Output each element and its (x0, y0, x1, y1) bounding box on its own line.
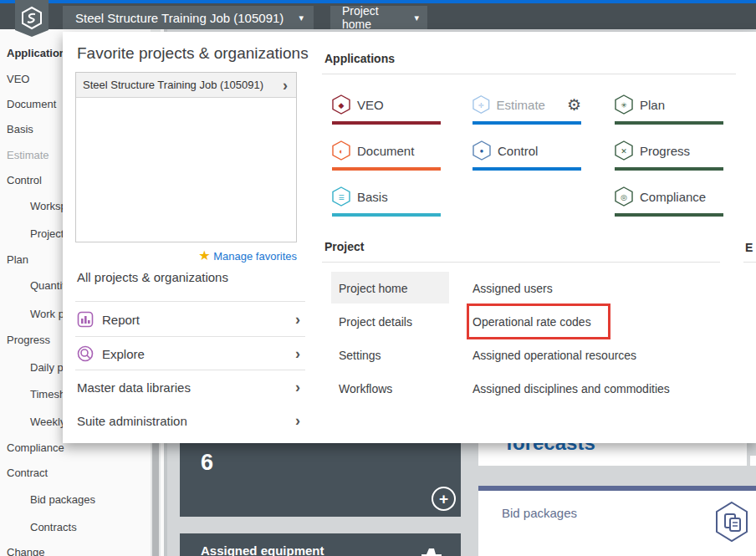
chevron-right-icon: › (295, 380, 300, 395)
menu-item-explore[interactable]: Explore › (77, 339, 305, 368)
equipment-truck-icon (420, 545, 443, 556)
svg-text:✛: ✛ (478, 101, 484, 110)
app-compliance-label: Compliance (640, 190, 706, 204)
project-selector-label: Steel Structure Training Job (105091) (75, 11, 284, 25)
app-link-compliance[interactable]: ◎ Compliance (615, 186, 723, 217)
hexagon-logo-icon (15, 2, 49, 35)
svg-text:◆: ◆ (339, 101, 345, 110)
favorite-project-item[interactable]: Steel Structure Training Job (105091) › (76, 73, 296, 98)
menu-item-report-label: Report (102, 313, 295, 327)
app-plan-label: Plan (640, 98, 665, 112)
gear-icon[interactable]: ⚙ (567, 95, 581, 115)
plan-hexagon-icon: ✳ (615, 94, 633, 115)
divider (75, 370, 305, 370)
sidebar-item-contract[interactable]: Contract (7, 467, 48, 479)
project-link-details[interactable]: Project details (339, 315, 412, 329)
menu-item-suite-administration[interactable]: Suite administration › (77, 406, 305, 435)
menu-item-report[interactable]: Report › (77, 305, 305, 334)
divider (75, 336, 305, 337)
add-icon[interactable]: + (432, 487, 456, 511)
project-mega-menu: Favorite projects & organizations Steel … (63, 32, 756, 443)
app-basis-label: Basis (357, 190, 388, 204)
app-document-label: Document (357, 144, 414, 158)
project-home-nav-button[interactable]: Project home ▾ (330, 6, 427, 29)
favorites-heading: Favorite projects & organizations (77, 44, 309, 63)
svg-text:✕: ✕ (621, 147, 627, 156)
all-projects-link[interactable]: All projects & organizations (77, 270, 228, 284)
app-estimate-label: Estimate (497, 98, 545, 112)
project-link-workflows[interactable]: Workflows (339, 382, 392, 395)
svg-text:◎: ◎ (621, 193, 627, 201)
project-link-assigned-operational-resources[interactable]: Assigned operational resources (472, 349, 636, 362)
compliance-hexagon-icon: ◎ (615, 186, 633, 207)
assigned-equipment-tile[interactable]: Assigned equipment (180, 533, 461, 556)
favorite-project-label: Steel Structure Training Job (105091) (83, 79, 263, 91)
sidebar-item-basis[interactable]: Basis (7, 123, 33, 135)
annotation-red-box (467, 304, 610, 339)
bid-packages-title: Bid packages (502, 506, 577, 520)
sidebar-item-veo[interactable]: VEO (7, 73, 29, 85)
project-link-assigned-users[interactable]: Assigned users (472, 282, 553, 295)
count-value: 6 (201, 450, 213, 476)
bid-packages-card[interactable]: Bid packages bid packages (478, 486, 756, 556)
star-icon: ★ (198, 248, 210, 263)
svg-text:☰: ☰ (338, 194, 344, 201)
app-underline (615, 167, 723, 171)
favorites-list: Steel Structure Training Job (105091) › (75, 72, 297, 242)
sidebar-item-progress[interactable]: Progress (7, 334, 50, 346)
sidebar-scrollbar-thumb[interactable] (152, 441, 159, 556)
basis-hexagon-icon: ☰ (332, 186, 350, 207)
edge-card-fragment (750, 456, 756, 466)
app-link-plan[interactable]: ✳ Plan (615, 94, 723, 125)
section-rule (322, 74, 736, 74)
app-underline (332, 121, 441, 125)
section-rule (743, 262, 756, 263)
app-link-document[interactable]: ◐ Document (332, 140, 441, 171)
project-home-nav-label: Project home (342, 4, 407, 31)
manage-favorites-label: Manage favorites (213, 250, 297, 263)
app-link-progress[interactable]: ✕ Progress (615, 140, 723, 171)
applications-heading: Applications (324, 52, 395, 65)
manage-favorites-link[interactable]: ★ Manage favorites (63, 247, 297, 263)
app-progress-label: Progress (640, 144, 690, 158)
sidebar-item-control[interactable]: Control (7, 174, 42, 186)
project-selector-button[interactable]: Steel Structure Training Job (105091) ▾ (63, 6, 314, 29)
project-link-home[interactable]: Project home (339, 282, 407, 295)
project-link-settings[interactable]: Settings (339, 349, 381, 362)
sidebar-item-change[interactable]: Change (7, 546, 45, 556)
app-underline (472, 167, 581, 171)
top-bar: Steel Structure Training Job (105091) ▾ … (0, 0, 756, 29)
sidebar-item-contracts[interactable]: Contracts (30, 521, 77, 533)
menu-item-suite-admin-label: Suite administration (77, 414, 295, 428)
app-underline (332, 167, 441, 171)
menu-item-master-data-libraries[interactable]: Master data libraries › (77, 373, 305, 401)
suite-logo[interactable] (15, 0, 49, 37)
divider (75, 301, 305, 302)
assigned-equipment-label: Assigned equipment (201, 543, 324, 556)
app-underline (332, 213, 441, 217)
app-underline (615, 121, 723, 125)
report-icon (77, 311, 94, 328)
sidebar-item-bid-packages[interactable]: Bid packages (30, 493, 95, 506)
bid-packages-hexagon-doc-icon (713, 501, 750, 543)
project-link-assigned-disciplines[interactable]: Assigned disciplines and commodities (472, 382, 670, 395)
app-underline (615, 213, 723, 217)
sidebar-item-document[interactable]: Document (7, 98, 56, 110)
menu-item-master-data-label: Master data libraries (77, 380, 295, 395)
svg-text:✳: ✳ (621, 101, 627, 110)
chevron-right-icon: › (295, 413, 300, 428)
control-hexagon-icon: ● (472, 140, 491, 161)
app-link-veo[interactable]: ◆ VEO (332, 94, 441, 125)
project-heading: Project (324, 240, 364, 253)
app-link-estimate[interactable]: ✛ Estimate ⚙ (472, 94, 581, 125)
app-link-control[interactable]: ● Control (472, 140, 581, 171)
sidebar-item-estimate[interactable]: Estimate (7, 149, 49, 161)
sidebar-item-plan[interactable]: Plan (7, 253, 28, 266)
sidebar-item-compliance[interactable]: Compliance (7, 441, 64, 454)
document-hexagon-icon: ◐ (332, 140, 350, 161)
chevron-down-icon: ▾ (414, 13, 419, 23)
edge-section-heading: E (745, 241, 756, 254)
chevron-right-icon: › (283, 78, 288, 93)
explore-icon (77, 345, 94, 362)
app-link-basis[interactable]: ☰ Basis (332, 186, 441, 217)
